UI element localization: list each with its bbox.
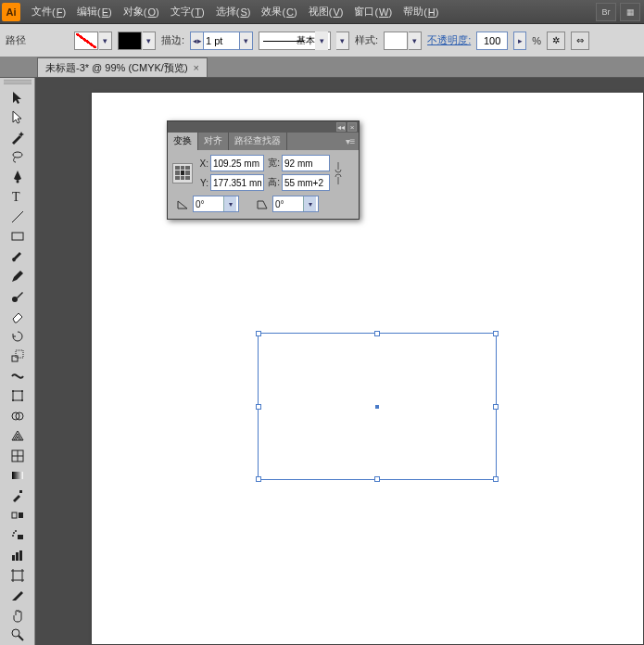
svg-rect-26 — [19, 550, 22, 561]
stroke-swatch[interactable]: ▾ — [118, 32, 156, 50]
align-icon[interactable]: ⇔ — [571, 32, 589, 50]
constrain-proportions-icon[interactable] — [333, 156, 344, 191]
recolor-artwork-icon[interactable]: ✲ — [547, 32, 565, 50]
hand-tool[interactable] — [6, 606, 29, 625]
chevron-down-icon[interactable]: ▾ — [223, 196, 236, 211]
blend-tool[interactable] — [6, 506, 29, 525]
svg-line-29 — [19, 636, 23, 640]
svg-rect-4 — [12, 233, 23, 240]
chevron-down-icon[interactable]: ▾ — [303, 196, 316, 211]
rotate-tool[interactable] — [6, 327, 29, 346]
svg-rect-20 — [18, 535, 23, 539]
arrange-documents-icon[interactable]: ▦ — [620, 3, 640, 21]
pen-tool[interactable] — [6, 168, 29, 186]
brush-chevron-icon[interactable]: ▾ — [336, 32, 349, 50]
panel-menu-icon[interactable]: ▾≡ — [342, 133, 359, 150]
type-tool[interactable]: T — [6, 187, 29, 206]
svg-rect-19 — [19, 512, 23, 518]
lasso-tool[interactable] — [6, 147, 29, 166]
blob-brush-tool[interactable] — [6, 287, 29, 306]
rectangle-tool[interactable] — [6, 227, 29, 246]
svg-point-10 — [21, 390, 23, 392]
symbol-sprayer-tool[interactable] — [6, 526, 29, 545]
selection-tool[interactable] — [6, 88, 29, 107]
panel-tabs: 变换 对齐 路径查找器 ▾≡ — [168, 133, 359, 150]
artboard-tool[interactable] — [6, 566, 29, 585]
menu-file[interactable]: 文件(F) — [26, 0, 71, 23]
rotate-combo[interactable]: 0°▾ — [193, 196, 239, 212]
ai-logo: Ai — [2, 3, 20, 21]
opacity-chevron-icon[interactable]: ▸ — [513, 32, 526, 50]
shape-builder-tool[interactable] — [6, 407, 29, 425]
eraser-tool[interactable] — [6, 307, 29, 325]
stroke-weight-input[interactable] — [203, 32, 240, 50]
menu-view[interactable]: 视图(V) — [303, 0, 349, 23]
gradient-tool[interactable] — [6, 466, 29, 485]
column-graph-tool[interactable] — [6, 546, 29, 564]
width-tool[interactable] — [6, 367, 29, 386]
panel-close-icon[interactable]: × — [347, 122, 357, 132]
svg-line-3 — [12, 211, 23, 222]
panel-body: X: Y: 宽: 高: — [168, 150, 359, 219]
transform-panel[interactable]: ◂◂ × 变换 对齐 路径查找器 ▾≡ X: Y: — [167, 120, 360, 220]
magic-wand-tool[interactable] — [6, 128, 29, 146]
width-input[interactable] — [282, 155, 330, 171]
stroke-stepper[interactable]: ◂▸ — [190, 32, 203, 50]
menu-help[interactable]: 帮助(H) — [398, 0, 444, 23]
close-tab-icon[interactable]: × — [194, 62, 199, 73]
document-tab[interactable]: 未标题-3* @ 99% (CMYK/预览) × — [37, 57, 208, 77]
eyedropper-tool[interactable] — [6, 487, 29, 505]
menu-effect[interactable]: 效果(C) — [256, 0, 302, 23]
panel-titlebar[interactable]: ◂◂ × — [168, 121, 359, 133]
svg-point-1 — [16, 180, 19, 183]
scale-tool[interactable] — [6, 347, 29, 365]
tab-pathfinder[interactable]: 路径查找器 — [229, 133, 287, 150]
panel-collapse-icon[interactable]: ◂◂ — [336, 122, 346, 132]
svg-point-22 — [15, 530, 17, 532]
document-tab-title: 未标题-3* @ 99% (CMYK/预览) — [45, 61, 188, 75]
perspective-grid-tool[interactable] — [6, 426, 29, 445]
menu-edit[interactable]: 编辑(E) — [71, 0, 118, 23]
graphic-style-swatch[interactable]: ▾ — [384, 32, 422, 50]
direct-selection-tool[interactable] — [6, 108, 29, 126]
opacity-input[interactable] — [476, 32, 508, 50]
svg-point-12 — [21, 399, 23, 401]
slice-tool[interactable] — [6, 586, 29, 604]
document-tabstrip: 未标题-3* @ 99% (CMYK/预览) × — [0, 57, 644, 78]
menu-window[interactable]: 窗口(W) — [348, 0, 398, 23]
svg-rect-16 — [12, 472, 23, 479]
shear-combo[interactable]: 0°▾ — [272, 196, 319, 212]
panel-grip-icon[interactable] — [4, 80, 32, 85]
mesh-tool[interactable] — [6, 447, 29, 465]
tools-panel: T — [0, 78, 35, 645]
tab-align[interactable]: 对齐 — [198, 133, 229, 150]
shear-icon — [256, 197, 269, 210]
height-input[interactable] — [282, 174, 330, 191]
menu-type[interactable]: 文字(T) — [165, 0, 210, 23]
free-transform-tool[interactable] — [6, 386, 29, 405]
tab-transform[interactable]: 变换 — [168, 133, 198, 150]
x-input[interactable] — [210, 155, 264, 171]
menu-object[interactable]: 对象(O) — [118, 0, 165, 23]
stroke-weight-chevron-icon[interactable]: ▾ — [240, 32, 253, 50]
svg-rect-24 — [12, 555, 15, 561]
zoom-tool[interactable] — [6, 626, 29, 644]
svg-point-9 — [12, 390, 14, 392]
svg-point-11 — [12, 399, 14, 401]
svg-rect-25 — [16, 552, 19, 561]
reference-point-selector[interactable] — [172, 163, 193, 183]
menu-select[interactable]: 选择(S) — [210, 0, 257, 23]
stroke-label: 描边: — [161, 33, 184, 47]
line-tool[interactable] — [6, 208, 29, 226]
pencil-tool[interactable] — [6, 267, 29, 285]
y-input[interactable] — [210, 174, 264, 191]
opacity-label[interactable]: 不透明度: — [427, 33, 471, 47]
fill-swatch[interactable]: ▾ — [74, 32, 112, 50]
svg-point-0 — [13, 152, 22, 158]
bridge-icon[interactable]: Br — [596, 3, 616, 21]
y-label: Y: — [196, 178, 208, 188]
svg-rect-7 — [16, 350, 23, 358]
brush-definition[interactable]: 基本▾ — [259, 32, 331, 50]
paintbrush-tool[interactable] — [6, 247, 29, 266]
selection-rectangle[interactable] — [258, 333, 497, 480]
